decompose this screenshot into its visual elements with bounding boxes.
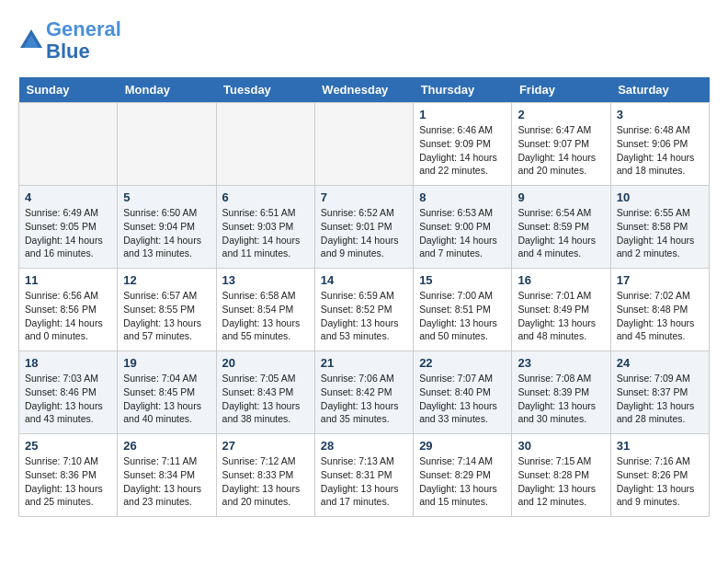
day-cell: 9Sunrise: 6:54 AM Sunset: 8:59 PM Daylig… <box>512 186 610 269</box>
calendar-table: SundayMondayTuesdayWednesdayThursdayFrid… <box>18 77 710 517</box>
day-info: Sunrise: 7:02 AM Sunset: 8:48 PM Dayligh… <box>617 289 703 343</box>
day-info: Sunrise: 6:54 AM Sunset: 8:59 PM Dayligh… <box>518 206 604 260</box>
day-cell: 28Sunrise: 7:13 AM Sunset: 8:31 PM Dayli… <box>314 434 413 517</box>
day-cell: 6Sunrise: 6:51 AM Sunset: 9:03 PM Daylig… <box>216 186 314 269</box>
day-number: 2 <box>518 108 604 121</box>
header-cell-wednesday: Wednesday <box>314 77 413 103</box>
calendar-body: 1Sunrise: 6:46 AM Sunset: 9:09 PM Daylig… <box>19 103 710 517</box>
day-cell: 13Sunrise: 6:58 AM Sunset: 8:54 PM Dayli… <box>216 269 314 351</box>
day-info: Sunrise: 7:06 AM Sunset: 8:42 PM Dayligh… <box>321 372 407 426</box>
day-number: 18 <box>25 356 111 370</box>
day-info: Sunrise: 6:50 AM Sunset: 9:04 PM Dayligh… <box>123 206 210 260</box>
day-number: 27 <box>222 439 309 453</box>
day-info: Sunrise: 6:57 AM Sunset: 8:55 PM Dayligh… <box>123 289 210 343</box>
week-row-3: 11Sunrise: 6:56 AM Sunset: 8:56 PM Dayli… <box>19 269 710 351</box>
day-cell <box>118 103 216 186</box>
day-info: Sunrise: 7:03 AM Sunset: 8:46 PM Dayligh… <box>25 372 111 426</box>
day-cell: 2Sunrise: 6:47 AM Sunset: 9:07 PM Daylig… <box>512 103 610 186</box>
header-cell-friday: Friday <box>512 77 610 103</box>
day-number: 30 <box>518 439 604 453</box>
day-cell: 19Sunrise: 7:04 AM Sunset: 8:45 PM Dayli… <box>118 351 216 434</box>
day-cell: 30Sunrise: 7:15 AM Sunset: 8:28 PM Dayli… <box>512 434 610 517</box>
day-info: Sunrise: 6:49 AM Sunset: 9:05 PM Dayligh… <box>25 206 111 260</box>
day-cell: 17Sunrise: 7:02 AM Sunset: 8:48 PM Dayli… <box>610 269 709 351</box>
day-info: Sunrise: 7:10 AM Sunset: 8:36 PM Dayligh… <box>25 454 111 509</box>
day-info: Sunrise: 6:59 AM Sunset: 8:52 PM Dayligh… <box>321 289 407 343</box>
day-info: Sunrise: 6:51 AM Sunset: 9:03 PM Dayligh… <box>222 206 309 260</box>
day-info: Sunrise: 7:11 AM Sunset: 8:34 PM Dayligh… <box>123 454 210 509</box>
day-number: 16 <box>518 273 604 287</box>
day-number: 14 <box>321 273 407 287</box>
day-cell <box>314 103 413 186</box>
day-cell: 29Sunrise: 7:14 AM Sunset: 8:29 PM Dayli… <box>414 434 512 517</box>
header-cell-saturday: Saturday <box>610 77 709 103</box>
day-number: 6 <box>222 190 309 204</box>
day-info: Sunrise: 6:58 AM Sunset: 8:54 PM Dayligh… <box>222 289 309 343</box>
page-header: General Blue <box>18 18 710 63</box>
day-cell: 24Sunrise: 7:09 AM Sunset: 8:37 PM Dayli… <box>610 351 709 434</box>
day-cell: 25Sunrise: 7:10 AM Sunset: 8:36 PM Dayli… <box>19 434 118 517</box>
day-number: 12 <box>123 273 210 287</box>
day-number: 22 <box>419 356 506 370</box>
day-number: 24 <box>617 356 703 370</box>
day-number: 31 <box>617 439 703 453</box>
week-row-4: 18Sunrise: 7:03 AM Sunset: 8:46 PM Dayli… <box>19 351 710 434</box>
day-number: 1 <box>419 108 506 121</box>
day-cell: 23Sunrise: 7:08 AM Sunset: 8:39 PM Dayli… <box>512 351 610 434</box>
day-cell: 10Sunrise: 6:55 AM Sunset: 8:58 PM Dayli… <box>610 186 709 269</box>
header-cell-sunday: Sunday <box>19 77 118 103</box>
day-info: Sunrise: 6:53 AM Sunset: 9:00 PM Dayligh… <box>419 206 506 260</box>
day-cell <box>19 103 118 186</box>
day-cell: 27Sunrise: 7:12 AM Sunset: 8:33 PM Dayli… <box>216 434 314 517</box>
day-info: Sunrise: 7:00 AM Sunset: 8:51 PM Dayligh… <box>419 289 506 343</box>
day-info: Sunrise: 7:08 AM Sunset: 8:39 PM Dayligh… <box>518 372 604 426</box>
day-info: Sunrise: 7:09 AM Sunset: 8:37 PM Dayligh… <box>617 372 703 426</box>
day-info: Sunrise: 6:52 AM Sunset: 9:01 PM Dayligh… <box>321 206 407 260</box>
day-number: 17 <box>617 273 703 287</box>
day-number: 8 <box>419 190 506 204</box>
calendar-header: SundayMondayTuesdayWednesdayThursdayFrid… <box>19 77 710 103</box>
day-cell: 15Sunrise: 7:00 AM Sunset: 8:51 PM Dayli… <box>414 269 512 351</box>
day-cell: 8Sunrise: 6:53 AM Sunset: 9:00 PM Daylig… <box>414 186 512 269</box>
header-cell-tuesday: Tuesday <box>216 77 314 103</box>
logo: General Blue <box>18 18 121 63</box>
day-info: Sunrise: 7:13 AM Sunset: 8:31 PM Dayligh… <box>321 454 407 509</box>
day-cell <box>216 103 314 186</box>
day-info: Sunrise: 6:56 AM Sunset: 8:56 PM Dayligh… <box>25 289 111 343</box>
day-info: Sunrise: 7:01 AM Sunset: 8:49 PM Dayligh… <box>518 289 604 343</box>
day-info: Sunrise: 6:55 AM Sunset: 8:58 PM Dayligh… <box>617 206 703 260</box>
day-cell: 21Sunrise: 7:06 AM Sunset: 8:42 PM Dayli… <box>314 351 413 434</box>
day-number: 10 <box>617 190 703 204</box>
day-info: Sunrise: 6:48 AM Sunset: 9:06 PM Dayligh… <box>617 123 703 178</box>
day-cell: 20Sunrise: 7:05 AM Sunset: 8:43 PM Dayli… <box>216 351 314 434</box>
logo-icon <box>18 28 44 53</box>
day-number: 21 <box>321 356 407 370</box>
day-cell: 3Sunrise: 6:48 AM Sunset: 9:06 PM Daylig… <box>610 103 709 186</box>
day-cell: 14Sunrise: 6:59 AM Sunset: 8:52 PM Dayli… <box>314 269 413 351</box>
logo-text: General Blue <box>46 18 121 63</box>
day-number: 28 <box>321 439 407 453</box>
day-number: 4 <box>25 190 111 204</box>
day-number: 29 <box>419 439 506 453</box>
day-number: 13 <box>222 273 309 287</box>
day-cell: 18Sunrise: 7:03 AM Sunset: 8:46 PM Dayli… <box>19 351 118 434</box>
header-cell-monday: Monday <box>118 77 216 103</box>
day-cell: 31Sunrise: 7:16 AM Sunset: 8:26 PM Dayli… <box>610 434 709 517</box>
day-info: Sunrise: 6:46 AM Sunset: 9:09 PM Dayligh… <box>419 123 506 178</box>
day-cell: 4Sunrise: 6:49 AM Sunset: 9:05 PM Daylig… <box>19 186 118 269</box>
day-number: 15 <box>419 273 506 287</box>
day-cell: 7Sunrise: 6:52 AM Sunset: 9:01 PM Daylig… <box>314 186 413 269</box>
day-number: 23 <box>518 356 604 370</box>
day-number: 5 <box>123 190 210 204</box>
header-cell-thursday: Thursday <box>414 77 512 103</box>
day-number: 11 <box>25 273 111 287</box>
day-info: Sunrise: 7:04 AM Sunset: 8:45 PM Dayligh… <box>123 372 210 426</box>
day-number: 26 <box>123 439 210 453</box>
day-info: Sunrise: 6:47 AM Sunset: 9:07 PM Dayligh… <box>518 123 604 178</box>
day-number: 3 <box>617 108 703 121</box>
week-row-2: 4Sunrise: 6:49 AM Sunset: 9:05 PM Daylig… <box>19 186 710 269</box>
day-number: 25 <box>25 439 111 453</box>
week-row-1: 1Sunrise: 6:46 AM Sunset: 9:09 PM Daylig… <box>19 103 710 186</box>
day-cell: 12Sunrise: 6:57 AM Sunset: 8:55 PM Dayli… <box>118 269 216 351</box>
day-cell: 5Sunrise: 6:50 AM Sunset: 9:04 PM Daylig… <box>118 186 216 269</box>
